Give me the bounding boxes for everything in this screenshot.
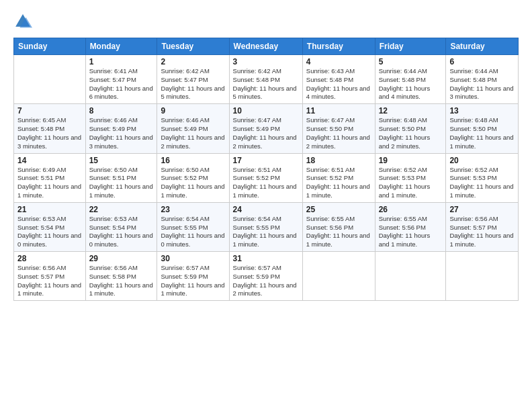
day-info: Sunrise: 6:57 AM Sunset: 5:59 PM Dayligh… bbox=[161, 264, 225, 298]
day-info: Sunrise: 6:44 AM Sunset: 5:48 PM Dayligh… bbox=[379, 67, 443, 101]
day-info: Sunrise: 6:53 AM Sunset: 5:54 PM Dayligh… bbox=[17, 215, 82, 249]
day-number: 4 bbox=[306, 57, 371, 66]
day-number: 25 bbox=[306, 205, 371, 214]
calendar-cell: 3Sunrise: 6:42 AM Sunset: 5:48 PM Daylig… bbox=[229, 55, 302, 104]
day-info: Sunrise: 6:45 AM Sunset: 5:48 PM Dayligh… bbox=[17, 116, 82, 150]
day-number: 24 bbox=[233, 205, 299, 214]
day-number: 14 bbox=[17, 156, 82, 165]
day-number: 3 bbox=[233, 57, 299, 66]
day-info: Sunrise: 6:48 AM Sunset: 5:50 PM Dayligh… bbox=[379, 116, 443, 150]
weekday-sunday: Sunday bbox=[14, 38, 86, 55]
day-number: 16 bbox=[161, 156, 225, 165]
day-number: 23 bbox=[161, 205, 225, 214]
day-number: 9 bbox=[161, 106, 225, 116]
day-info: Sunrise: 6:41 AM Sunset: 5:47 PM Dayligh… bbox=[89, 67, 154, 101]
day-info: Sunrise: 6:56 AM Sunset: 5:58 PM Dayligh… bbox=[89, 264, 154, 298]
calendar-cell: 11Sunrise: 6:47 AM Sunset: 5:50 PM Dayli… bbox=[302, 104, 375, 153]
day-info: Sunrise: 6:48 AM Sunset: 5:50 PM Dayligh… bbox=[449, 116, 515, 150]
day-number: 17 bbox=[233, 156, 299, 165]
day-info: Sunrise: 6:54 AM Sunset: 5:55 PM Dayligh… bbox=[161, 215, 225, 249]
day-number: 20 bbox=[449, 156, 515, 165]
week-row-4: 28Sunrise: 6:56 AM Sunset: 5:57 PM Dayli… bbox=[14, 252, 519, 301]
day-number: 13 bbox=[449, 106, 515, 116]
day-info: Sunrise: 6:51 AM Sunset: 5:52 PM Dayligh… bbox=[306, 166, 371, 200]
day-info: Sunrise: 6:57 AM Sunset: 5:59 PM Dayligh… bbox=[233, 264, 299, 298]
day-info: Sunrise: 6:46 AM Sunset: 5:49 PM Dayligh… bbox=[161, 116, 225, 150]
day-number: 27 bbox=[449, 205, 515, 214]
day-number: 31 bbox=[233, 254, 299, 263]
day-info: Sunrise: 6:56 AM Sunset: 5:57 PM Dayligh… bbox=[17, 264, 82, 298]
calendar-cell bbox=[375, 252, 446, 301]
weekday-friday: Friday bbox=[375, 38, 446, 55]
day-info: Sunrise: 6:47 AM Sunset: 5:50 PM Dayligh… bbox=[306, 116, 371, 150]
logo-icon bbox=[13, 12, 32, 31]
calendar-cell: 21Sunrise: 6:53 AM Sunset: 5:54 PM Dayli… bbox=[14, 202, 86, 251]
day-number: 15 bbox=[89, 156, 154, 165]
week-row-0: 1Sunrise: 6:41 AM Sunset: 5:47 PM Daylig… bbox=[14, 55, 519, 104]
weekday-wednesday: Wednesday bbox=[229, 38, 302, 55]
day-info: Sunrise: 6:44 AM Sunset: 5:48 PM Dayligh… bbox=[449, 67, 515, 101]
calendar-cell: 23Sunrise: 6:54 AM Sunset: 5:55 PM Dayli… bbox=[157, 202, 229, 251]
calendar-cell: 4Sunrise: 6:43 AM Sunset: 5:48 PM Daylig… bbox=[302, 55, 375, 104]
logo bbox=[13, 12, 34, 31]
calendar-cell bbox=[446, 252, 519, 301]
day-number: 11 bbox=[306, 106, 371, 116]
calendar-cell: 8Sunrise: 6:46 AM Sunset: 5:49 PM Daylig… bbox=[85, 104, 157, 153]
calendar-cell: 30Sunrise: 6:57 AM Sunset: 5:59 PM Dayli… bbox=[157, 252, 229, 301]
calendar-cell: 2Sunrise: 6:42 AM Sunset: 5:47 PM Daylig… bbox=[157, 55, 229, 104]
calendar-cell: 28Sunrise: 6:56 AM Sunset: 5:57 PM Dayli… bbox=[14, 252, 86, 301]
calendar-cell: 15Sunrise: 6:50 AM Sunset: 5:51 PM Dayli… bbox=[85, 153, 157, 202]
calendar-cell: 22Sunrise: 6:53 AM Sunset: 5:54 PM Dayli… bbox=[85, 202, 157, 251]
calendar-cell: 26Sunrise: 6:55 AM Sunset: 5:56 PM Dayli… bbox=[375, 202, 446, 251]
calendar-cell bbox=[302, 252, 375, 301]
day-number: 6 bbox=[449, 57, 515, 66]
weekday-tuesday: Tuesday bbox=[157, 38, 229, 55]
day-info: Sunrise: 6:46 AM Sunset: 5:49 PM Dayligh… bbox=[89, 116, 154, 150]
day-info: Sunrise: 6:49 AM Sunset: 5:51 PM Dayligh… bbox=[17, 166, 82, 200]
calendar-cell: 16Sunrise: 6:50 AM Sunset: 5:52 PM Dayli… bbox=[157, 153, 229, 202]
day-info: Sunrise: 6:52 AM Sunset: 5:53 PM Dayligh… bbox=[449, 166, 515, 200]
calendar-cell: 18Sunrise: 6:51 AM Sunset: 5:52 PM Dayli… bbox=[302, 153, 375, 202]
day-info: Sunrise: 6:42 AM Sunset: 5:48 PM Dayligh… bbox=[233, 67, 299, 101]
day-number: 18 bbox=[306, 156, 371, 165]
calendar-cell: 10Sunrise: 6:47 AM Sunset: 5:49 PM Dayli… bbox=[229, 104, 302, 153]
weekday-monday: Monday bbox=[85, 38, 157, 55]
calendar-cell: 1Sunrise: 6:41 AM Sunset: 5:47 PM Daylig… bbox=[85, 55, 157, 104]
calendar-cell: 12Sunrise: 6:48 AM Sunset: 5:50 PM Dayli… bbox=[375, 104, 446, 153]
calendar-cell: 25Sunrise: 6:55 AM Sunset: 5:56 PM Dayli… bbox=[302, 202, 375, 251]
day-info: Sunrise: 6:54 AM Sunset: 5:55 PM Dayligh… bbox=[233, 215, 299, 249]
day-number: 22 bbox=[89, 205, 154, 214]
weekday-header-row: SundayMondayTuesdayWednesdayThursdayFrid… bbox=[14, 38, 519, 55]
day-number: 30 bbox=[161, 254, 225, 263]
day-number: 1 bbox=[89, 57, 154, 66]
day-number: 5 bbox=[379, 57, 443, 66]
calendar-cell: 17Sunrise: 6:51 AM Sunset: 5:52 PM Dayli… bbox=[229, 153, 302, 202]
calendar-cell: 14Sunrise: 6:49 AM Sunset: 5:51 PM Dayli… bbox=[14, 153, 86, 202]
calendar-cell: 6Sunrise: 6:44 AM Sunset: 5:48 PM Daylig… bbox=[446, 55, 519, 104]
day-info: Sunrise: 6:50 AM Sunset: 5:52 PM Dayligh… bbox=[161, 166, 225, 200]
week-row-1: 7Sunrise: 6:45 AM Sunset: 5:48 PM Daylig… bbox=[14, 104, 519, 153]
day-info: Sunrise: 6:47 AM Sunset: 5:49 PM Dayligh… bbox=[233, 116, 299, 150]
day-info: Sunrise: 6:55 AM Sunset: 5:56 PM Dayligh… bbox=[306, 215, 371, 249]
calendar-cell: 7Sunrise: 6:45 AM Sunset: 5:48 PM Daylig… bbox=[14, 104, 86, 153]
calendar-cell: 19Sunrise: 6:52 AM Sunset: 5:53 PM Dayli… bbox=[375, 153, 446, 202]
calendar-cell: 27Sunrise: 6:56 AM Sunset: 5:57 PM Dayli… bbox=[446, 202, 519, 251]
day-number: 7 bbox=[17, 106, 82, 116]
day-info: Sunrise: 6:42 AM Sunset: 5:47 PM Dayligh… bbox=[161, 67, 225, 101]
calendar-cell bbox=[14, 55, 86, 104]
day-number: 2 bbox=[161, 57, 225, 66]
calendar-cell: 31Sunrise: 6:57 AM Sunset: 5:59 PM Dayli… bbox=[229, 252, 302, 301]
weekday-saturday: Saturday bbox=[446, 38, 519, 55]
calendar-cell: 29Sunrise: 6:56 AM Sunset: 5:58 PM Dayli… bbox=[85, 252, 157, 301]
day-info: Sunrise: 6:52 AM Sunset: 5:53 PM Dayligh… bbox=[379, 166, 443, 200]
day-info: Sunrise: 6:53 AM Sunset: 5:54 PM Dayligh… bbox=[89, 215, 154, 249]
day-number: 26 bbox=[379, 205, 443, 214]
calendar-cell: 13Sunrise: 6:48 AM Sunset: 5:50 PM Dayli… bbox=[446, 104, 519, 153]
day-info: Sunrise: 6:51 AM Sunset: 5:52 PM Dayligh… bbox=[233, 166, 299, 200]
calendar-table: SundayMondayTuesdayWednesdayThursdayFrid… bbox=[13, 38, 519, 301]
calendar-cell: 20Sunrise: 6:52 AM Sunset: 5:53 PM Dayli… bbox=[446, 153, 519, 202]
week-row-2: 14Sunrise: 6:49 AM Sunset: 5:51 PM Dayli… bbox=[14, 153, 519, 202]
weekday-thursday: Thursday bbox=[302, 38, 375, 55]
day-number: 21 bbox=[17, 205, 82, 214]
day-number: 29 bbox=[89, 254, 154, 263]
